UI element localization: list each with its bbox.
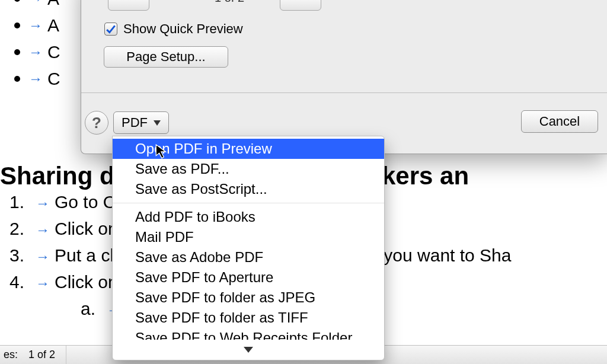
menu-item-save-pdf-to-aperture[interactable]: Save PDF to Aperture xyxy=(113,267,384,288)
menu-item-save-as-postscript[interactable]: Save as PostScript... xyxy=(113,179,384,199)
preview-prev-button[interactable] xyxy=(108,0,149,11)
menu-item-save-as-pdf[interactable]: Save as PDF... xyxy=(113,159,384,179)
pdf-dropdown-label: PDF xyxy=(122,115,148,130)
checkbox-checked-icon[interactable] xyxy=(104,23,117,36)
divider xyxy=(81,92,607,93)
divider xyxy=(66,346,66,364)
preview-next-button[interactable] xyxy=(280,0,321,11)
menu-scroll-down[interactable] xyxy=(113,340,384,360)
tab-arrow-icon: → xyxy=(28,0,43,9)
help-button[interactable]: ? xyxy=(85,111,108,135)
cancel-button[interactable]: Cancel xyxy=(521,110,598,133)
menu-separator xyxy=(113,203,384,203)
preview-page-indicator: 1 of 2 xyxy=(215,0,244,5)
list-item: →C xyxy=(14,65,60,92)
menu-item-add-pdf-to-ibooks[interactable]: Add PDF to iBooks xyxy=(113,207,384,227)
status-pages-value: 1 of 2 xyxy=(28,347,55,363)
chevron-down-icon xyxy=(154,120,161,126)
tab-arrow-icon: → xyxy=(28,68,43,90)
chevron-down-icon xyxy=(244,347,253,353)
menu-item-save-pdf-folder-tiff[interactable]: Save PDF to folder as TIFF xyxy=(113,308,384,328)
status-pages-label: es: xyxy=(4,347,18,363)
show-quick-preview-label: Show Quick Preview xyxy=(123,21,243,37)
list-item: →C xyxy=(14,39,60,65)
page-setup-button[interactable]: Page Setup... xyxy=(104,46,228,68)
menu-item-save-as-adobe-pdf[interactable]: Save as Adobe PDF xyxy=(113,247,384,267)
menu-item-open-pdf-in-preview[interactable]: Open PDF in Preview xyxy=(113,139,384,159)
menu-item-save-pdf-web-receipts[interactable]: Save PDF to Web Receipts Folder xyxy=(113,328,384,340)
print-dialog: 1 of 2 Show Quick Preview Page Setup... … xyxy=(81,0,607,154)
tab-arrow-icon: → xyxy=(36,273,50,294)
tab-arrow-icon: → xyxy=(36,246,50,267)
tab-arrow-icon: → xyxy=(36,193,50,214)
menu-item-save-pdf-folder-jpeg[interactable]: Save PDF to folder as JPEG xyxy=(113,288,384,308)
pdf-dropdown-button[interactable]: PDF xyxy=(113,111,169,134)
list-item: →A xyxy=(14,12,60,39)
list-item: →A xyxy=(14,0,60,12)
pdf-dropdown-menu: Open PDF in Preview Save as PDF... Save … xyxy=(112,136,385,360)
show-quick-preview-row[interactable]: Show Quick Preview xyxy=(104,21,243,37)
tab-arrow-icon: → xyxy=(28,15,43,36)
tab-arrow-icon: → xyxy=(28,41,43,63)
menu-item-mail-pdf[interactable]: Mail PDF xyxy=(113,227,384,247)
bullet-list: →A →A →C →C xyxy=(14,0,60,92)
tab-arrow-icon: → xyxy=(36,219,50,241)
